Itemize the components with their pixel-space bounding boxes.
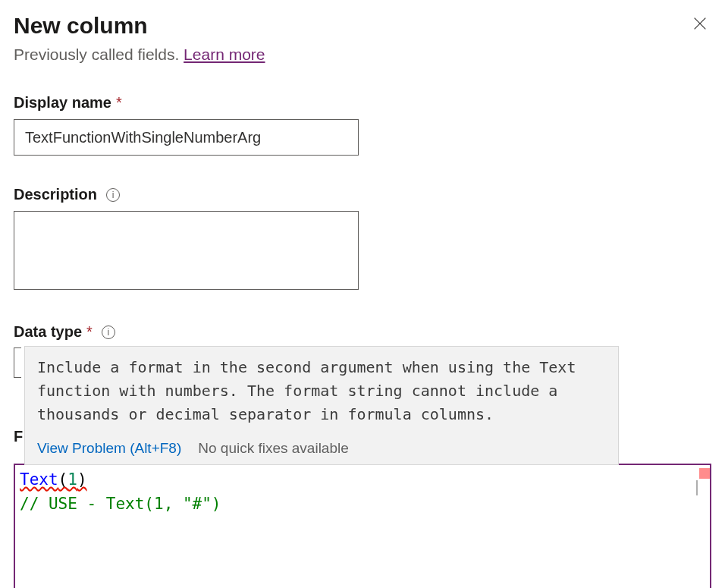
editor-cursor bbox=[696, 480, 698, 495]
code-token-number: 1 bbox=[67, 470, 77, 489]
panel-title: New column bbox=[14, 12, 265, 39]
display-name-label: Display name * bbox=[14, 94, 711, 112]
code-token-comment: // USE - Text(1, "#") bbox=[20, 495, 221, 513]
panel-subtitle: Previously called fields. Learn more bbox=[14, 46, 265, 64]
close-button[interactable] bbox=[689, 12, 711, 35]
info-icon[interactable]: i bbox=[102, 325, 115, 339]
data-type-label-text: Data type bbox=[14, 323, 82, 341]
close-icon bbox=[692, 15, 708, 32]
display-name-input[interactable] bbox=[14, 119, 359, 156]
display-name-label-text: Display name bbox=[14, 94, 111, 112]
view-problem-link[interactable]: View Problem (Alt+F8) bbox=[37, 440, 181, 457]
problem-tooltip: Include a format in the second argument … bbox=[24, 346, 619, 465]
code-token-func: Text bbox=[20, 470, 58, 489]
info-icon[interactable]: i bbox=[106, 188, 120, 202]
description-label-text: Description bbox=[14, 186, 97, 203]
description-input[interactable] bbox=[14, 211, 359, 290]
code-line-2: // USE - Text(1, "#") bbox=[20, 492, 705, 517]
tooltip-message: Include a format in the second argument … bbox=[37, 356, 606, 426]
subtitle-text: Previously called fields. bbox=[14, 46, 184, 63]
description-label: Description i bbox=[14, 186, 711, 203]
code-token-paren-open: ( bbox=[58, 470, 68, 489]
required-indicator: * bbox=[116, 94, 122, 112]
code-token-paren-close: ) bbox=[77, 470, 87, 489]
code-line-1: Text(1) bbox=[20, 468, 705, 492]
error-marker-icon bbox=[699, 468, 710, 479]
formula-editor[interactable]: Text(1) // USE - Text(1, "#") bbox=[14, 464, 711, 588]
learn-more-link[interactable]: Learn more bbox=[184, 46, 265, 63]
required-indicator: * bbox=[86, 323, 93, 341]
formula-label-partial: F bbox=[14, 428, 23, 445]
data-type-label: Data type * i bbox=[14, 323, 711, 341]
data-type-select-stub[interactable] bbox=[14, 347, 21, 378]
no-quick-fixes-text: No quick fixes available bbox=[198, 440, 349, 457]
